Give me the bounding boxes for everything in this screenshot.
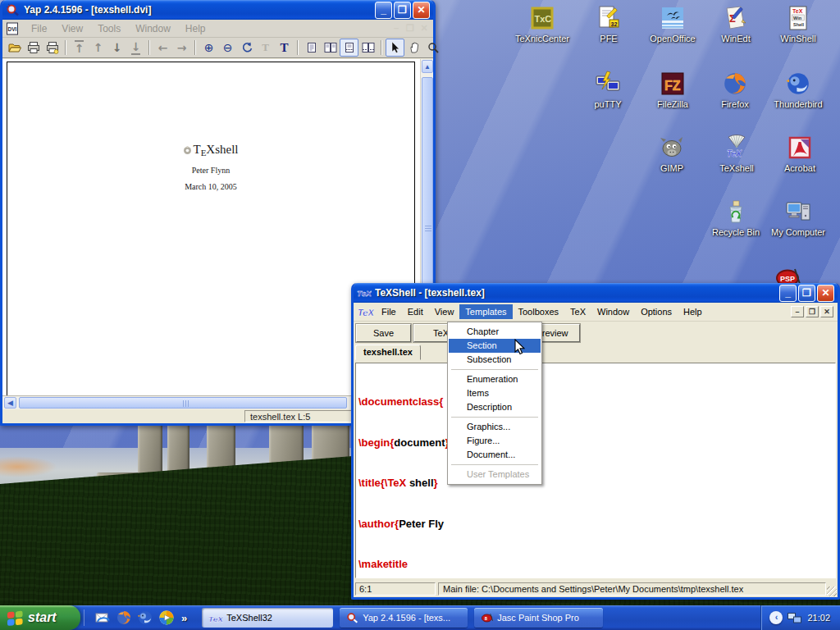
tab-texshell-tex[interactable]: texshell.tex [355,345,421,360]
previous-page-button[interactable]: ↑ [89,39,107,57]
scroll-left-button[interactable]: ◀ [4,397,16,409]
print-button[interactable] [24,39,43,57]
mdi-close-icon[interactable]: ✕ [820,306,833,317]
mdi-restore-icon[interactable]: ❐ [404,23,416,34]
desktop-icon-pfe[interactable]: 32 PFE [578,5,640,43]
menu-item-figure[interactable]: Figure... [449,434,541,448]
editor-area[interactable]: \documentclass{ \begin{document} \title{… [355,363,836,578]
desktop-icon-acrobat[interactable]: Acrobat [769,135,831,173]
menu-item-section[interactable]: Section [449,339,541,353]
yap-menu-file[interactable]: File [24,23,54,34]
print-page-button[interactable] [43,39,62,57]
desktop-icon-label: GIMP [641,163,703,173]
first-page-button[interactable]: ↑ [70,39,89,57]
back-button[interactable]: ← [153,39,172,57]
desktop-icon-filezilla[interactable]: FZ FileZilla [641,71,704,109]
save-button[interactable]: Save [356,324,411,342]
menu-item-document[interactable]: Document... [449,448,541,462]
editor-line: \documentclass{ [358,395,835,409]
desktop: TxC TeXnicCenter 32 PFE OpenOffice Σ Win… [0,0,840,630]
menu-tex[interactable]: TeX [564,304,591,319]
menu-edit[interactable]: Edit [402,304,429,319]
taskbar-task-texshell32[interactable]: TeX TeXShell32 [202,608,333,628]
zoom-in-button[interactable]: ⊕ [199,39,218,57]
resize-grip[interactable] [827,587,837,596]
desktop-icon-openoffice[interactable]: OpenOffice [641,5,704,43]
yap-menubar: DVI File View Tools Window Help – ❐ ✕ [2,20,433,38]
yap-menu-view[interactable]: View [54,23,90,34]
yap-minimize-button[interactable]: _ [375,2,392,19]
chevron-expand-icon[interactable]: » [180,612,189,624]
text-tool-button[interactable]: T [275,39,294,57]
thunderbird-icon[interactable] [137,609,153,626]
yap-maximize-button[interactable]: ❐ [394,2,411,19]
open-file-button[interactable] [5,39,24,57]
desktop-icon-putty[interactable]: puTTY [577,71,639,109]
taskbar-task-paint-shop-pro[interactable]: 8 Jasc Paint Shop Pro [474,608,603,628]
horizontal-scrollbar-thumb[interactable] [19,397,347,409]
menu-templates[interactable]: Templates [459,304,512,319]
firefox-icon[interactable] [116,609,132,626]
single-page-view-button[interactable] [302,39,321,57]
menu-help[interactable]: Help [678,304,708,319]
document-title: TEXshell [7,143,414,157]
desktop-icon-firefox[interactable]: Firefox [704,71,766,109]
taskbar-task-yap[interactable]: Yap 2.4.1596 - [texs... [340,608,468,628]
menu-item-graphics[interactable]: Graphics... [449,420,541,434]
yap-titlebar[interactable]: Yap 2.4.1596 - [texshell.dvi] _ ❐ ✕ [2,0,433,20]
mdi-restore-icon[interactable]: ❐ [806,306,819,317]
refresh-button[interactable] [237,39,256,57]
winshell-icon: TeXWinShell [785,5,811,31]
desktop-icon-winedt[interactable]: Σ WinEdt [705,5,767,43]
menu-view[interactable]: View [429,304,460,319]
zoom-out-button[interactable]: ⊖ [218,39,237,57]
menu-item-enumeration[interactable]: Enumeration [449,372,541,386]
desktop-icon-thunderbird[interactable]: Thunderbird [767,71,829,109]
continuous-view-button[interactable] [340,39,358,57]
texshell-minimize-button[interactable]: _ [779,285,797,302]
last-page-button[interactable]: ↓ [126,39,145,57]
yap-menu-window[interactable]: Window [128,23,178,34]
menu-window[interactable]: Window [591,304,635,319]
texshell-titlebar[interactable]: TeX TeXShell - [texshell.tex] _ ❐ ✕ [354,283,838,303]
yap-close-button[interactable]: ✕ [413,2,430,19]
menu-options[interactable]: Options [635,304,678,319]
select-tool-button[interactable] [386,39,404,57]
desktop-icon-recycle-bin[interactable]: Recycle Bin [705,199,767,237]
facing-pages-view-button[interactable] [321,39,340,57]
menu-file[interactable]: File [376,304,402,319]
start-button[interactable]: start [0,605,80,630]
desktop-icon-texshell[interactable]: TeX TeXshell [705,133,768,173]
menu-item-chapter[interactable]: Chapter [449,325,541,339]
mdi-minimize-icon[interactable]: – [791,306,804,317]
task-label: Yap 2.4.1596 - [texs... [363,613,450,623]
menu-item-description[interactable]: Description [449,400,541,414]
menu-toolboxes[interactable]: Toolboxes [513,304,565,319]
ruler-tool-button[interactable]: T [256,39,275,57]
menu-item-items[interactable]: Items [449,386,541,400]
texshell-close-button[interactable]: ✕ [817,285,834,302]
toolbar-separator [148,40,150,55]
menu-item-user-templates[interactable]: User Templates [449,468,541,482]
yap-menu-help[interactable]: Help [178,23,213,34]
hand-tool-button[interactable] [404,39,423,57]
magnifier-tool-button[interactable] [423,39,442,57]
next-page-button[interactable]: ↓ [107,39,126,57]
texshell-maximize-button[interactable]: ❐ [798,285,815,302]
scroll-up-button[interactable]: ▲ [422,60,433,73]
menu-item-subsection[interactable]: Subsection [449,353,541,367]
forward-button[interactable]: → [172,39,191,57]
desktop-icon-my-computer[interactable]: My Computer [767,199,829,237]
yap-menu-tools[interactable]: Tools [90,23,128,34]
continuous-facing-view-button[interactable] [358,39,377,57]
desktop-icon-winshell[interactable]: TeXWinShell WinShell [767,5,829,43]
media-player-icon[interactable] [158,609,175,626]
mdi-minimize-icon[interactable]: – [390,23,402,34]
openoffice-icon [660,5,686,31]
desktop-icon-gimp[interactable]: GIMP [641,135,703,173]
desktop-icon-texniccenter[interactable]: TxC TeXnicCenter [511,5,573,43]
tray-collapse-icon[interactable]: ‹ [769,611,783,624]
mdi-close-icon[interactable]: ✕ [418,23,430,34]
network-status-icon[interactable] [788,612,802,624]
outlook-express-icon[interactable] [94,609,111,626]
